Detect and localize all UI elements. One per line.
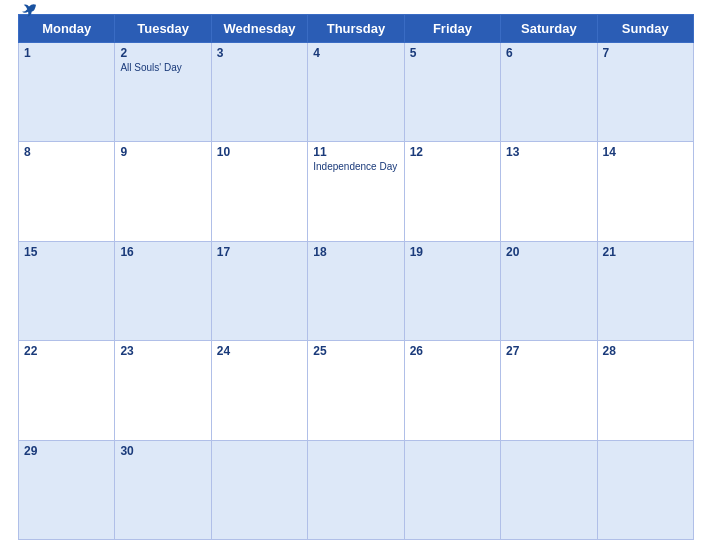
day-number: 15	[24, 245, 109, 259]
day-number: 21	[603, 245, 688, 259]
calendar-day-cell: 20	[501, 241, 597, 340]
weekday-header-row: MondayTuesdayWednesdayThursdayFridaySatu…	[19, 15, 694, 43]
day-number: 12	[410, 145, 495, 159]
calendar-day-cell: 29	[19, 440, 115, 539]
calendar-day-cell: 24	[211, 341, 307, 440]
day-number: 27	[506, 344, 591, 358]
day-number: 22	[24, 344, 109, 358]
calendar-week-row: 12All Souls' Day34567	[19, 43, 694, 142]
day-number: 23	[120, 344, 205, 358]
calendar-day-cell: 4	[308, 43, 404, 142]
logo-blue-text	[18, 3, 38, 17]
day-number: 13	[506, 145, 591, 159]
calendar-day-cell	[211, 440, 307, 539]
day-number: 29	[24, 444, 109, 458]
holiday-name: All Souls' Day	[120, 62, 205, 73]
day-number: 18	[313, 245, 398, 259]
calendar-day-cell: 7	[597, 43, 693, 142]
day-number: 6	[506, 46, 591, 60]
day-number: 28	[603, 344, 688, 358]
calendar-day-cell	[308, 440, 404, 539]
logo-bird-icon	[20, 3, 38, 17]
calendar-day-cell: 17	[211, 241, 307, 340]
calendar-day-cell: 22	[19, 341, 115, 440]
weekday-header-wednesday: Wednesday	[211, 15, 307, 43]
calendar-week-row: 2930	[19, 440, 694, 539]
calendar-day-cell: 11Independence Day	[308, 142, 404, 241]
weekday-header-thursday: Thursday	[308, 15, 404, 43]
calendar-day-cell: 23	[115, 341, 211, 440]
day-number: 19	[410, 245, 495, 259]
calendar-day-cell: 27	[501, 341, 597, 440]
calendar-day-cell: 12	[404, 142, 500, 241]
day-number: 3	[217, 46, 302, 60]
calendar-day-cell	[501, 440, 597, 539]
day-number: 16	[120, 245, 205, 259]
calendar-day-cell: 13	[501, 142, 597, 241]
day-number: 2	[120, 46, 205, 60]
logo	[18, 3, 38, 17]
calendar-week-row: 891011Independence Day121314	[19, 142, 694, 241]
day-number: 8	[24, 145, 109, 159]
calendar-day-cell	[404, 440, 500, 539]
weekday-header-sunday: Sunday	[597, 15, 693, 43]
calendar-day-cell: 21	[597, 241, 693, 340]
weekday-header-friday: Friday	[404, 15, 500, 43]
day-number: 24	[217, 344, 302, 358]
weekday-header-tuesday: Tuesday	[115, 15, 211, 43]
day-number: 30	[120, 444, 205, 458]
holiday-name: Independence Day	[313, 161, 398, 172]
day-number: 1	[24, 46, 109, 60]
calendar-day-cell: 1	[19, 43, 115, 142]
calendar-day-cell: 2All Souls' Day	[115, 43, 211, 142]
calendar-day-cell: 8	[19, 142, 115, 241]
calendar-day-cell: 10	[211, 142, 307, 241]
day-number: 10	[217, 145, 302, 159]
calendar-day-cell: 9	[115, 142, 211, 241]
day-number: 14	[603, 145, 688, 159]
day-number: 26	[410, 344, 495, 358]
day-number: 25	[313, 344, 398, 358]
day-number: 7	[603, 46, 688, 60]
calendar-week-row: 22232425262728	[19, 341, 694, 440]
calendar-day-cell: 3	[211, 43, 307, 142]
calendar-day-cell: 14	[597, 142, 693, 241]
calendar-day-cell: 28	[597, 341, 693, 440]
calendar-week-row: 15161718192021	[19, 241, 694, 340]
calendar-day-cell: 26	[404, 341, 500, 440]
weekday-header-monday: Monday	[19, 15, 115, 43]
calendar-day-cell: 30	[115, 440, 211, 539]
calendar-day-cell	[597, 440, 693, 539]
day-number: 9	[120, 145, 205, 159]
day-number: 4	[313, 46, 398, 60]
calendar-day-cell: 19	[404, 241, 500, 340]
calendar-day-cell: 25	[308, 341, 404, 440]
calendar-day-cell: 15	[19, 241, 115, 340]
day-number: 20	[506, 245, 591, 259]
weekday-header-saturday: Saturday	[501, 15, 597, 43]
calendar-day-cell: 16	[115, 241, 211, 340]
calendar-day-cell: 18	[308, 241, 404, 340]
calendar-day-cell: 5	[404, 43, 500, 142]
day-number: 11	[313, 145, 398, 159]
day-number: 17	[217, 245, 302, 259]
calendar-day-cell: 6	[501, 43, 597, 142]
calendar-table: MondayTuesdayWednesdayThursdayFridaySatu…	[18, 14, 694, 540]
day-number: 5	[410, 46, 495, 60]
